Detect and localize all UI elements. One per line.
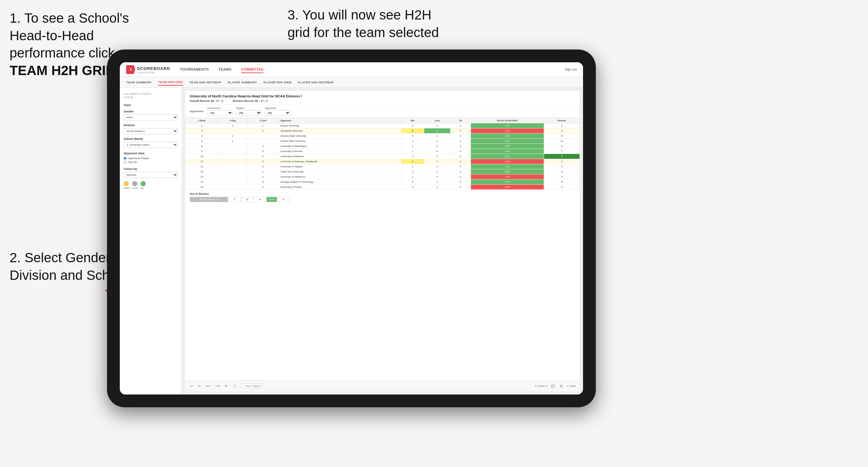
toolbar-bottom: ↩ ↪ ⟵ ⟶ ⟳ 🕐 View: Original 👁 Watch ▾ 💬 ⊡… xyxy=(185,380,580,391)
table-row: 9 3 University of Arizona 1 0 0 9.00 2 xyxy=(186,149,580,154)
table-row: 3 2 Vanderbilt University 0 4 0 -2.29 8 xyxy=(186,128,580,133)
col-reg: # Reg xyxy=(218,118,247,123)
sub-nav: TEAM SUMMARY TEAM H2H GRID TEAM H2H HEAT… xyxy=(120,77,583,88)
grid-records: Overall Record: 89 - 17 - 0 Division Rec… xyxy=(190,99,576,102)
annotation-3: 3. You will now see H2H grid for the tea… xyxy=(287,6,454,41)
col-rounds: Rounds xyxy=(544,118,580,123)
table-row: 12 3 University of Virginia 1 0 0 2.33 3 xyxy=(186,164,580,169)
undo-btn[interactable]: ↩ xyxy=(189,384,194,388)
redo-btn[interactable]: ↪ xyxy=(197,384,202,388)
table-row: 8 2 University of Washington 1 0 0 3.67 … xyxy=(186,144,580,149)
nav-links: TOURNAMENTS TEAMS COMMITTEE xyxy=(180,66,565,73)
table-row: 11 6 University of Arkansas, Fayettevill… xyxy=(186,159,580,164)
colour-label: Colour by xyxy=(124,167,178,170)
col-tie: Tie xyxy=(451,118,471,123)
opponent-filter: Opponent (All) xyxy=(265,107,290,116)
col-opponent: Opponent xyxy=(279,118,401,123)
gender-label: Gender xyxy=(124,110,178,113)
subnav-player-h2h-grid[interactable]: PLAYER H2H GRID xyxy=(263,80,292,85)
level-dot xyxy=(132,181,137,186)
table-row: 2 1 1 Auburn University 2 1 0 1.67 9 xyxy=(186,123,580,128)
nav-tournaments[interactable]: TOURNAMENTS xyxy=(180,66,209,73)
logo-text: SCOREBOARD xyxy=(137,66,170,71)
conference-select[interactable]: (All) xyxy=(207,110,233,116)
h2h-table: # Rank # Reg # Conf Opponent Win Loss Ti… xyxy=(185,118,580,190)
nav-teams[interactable]: TEAMS xyxy=(219,66,231,73)
down-dot xyxy=(124,181,129,186)
radio-opponents-played[interactable]: Opponents Played xyxy=(124,157,178,160)
subnav-player-h2h-heatmap[interactable]: PLAYER H2H HEATMAP xyxy=(298,80,334,85)
table-row: 14 2 University of Oklahoma 1 2 0 -1.00 … xyxy=(186,175,580,180)
share-btn[interactable]: ↗ Share xyxy=(566,384,576,387)
clock-btn[interactable]: 🕐 xyxy=(231,384,238,388)
division-label: Division xyxy=(124,124,178,127)
colour-select[interactable]: Win/loss xyxy=(124,172,178,178)
col-diff: Diff Av Strokes/Rnd xyxy=(471,118,544,123)
main-content: Last Updated: 27/03/2024 16:55:38 Team G… xyxy=(120,88,583,395)
back-btn[interactable]: ⟵ xyxy=(205,384,212,388)
opponent-label: Opponent xyxy=(265,107,290,110)
opponent-view-group: Opponents Played Top 100 xyxy=(124,157,178,163)
table-row: 13 1 Texas Tech University 3 0 0 5.56 9 xyxy=(186,169,580,175)
table-row: 6 2 Florida State University 4 2 0 1.83 … xyxy=(186,138,580,144)
level-label: Level xyxy=(132,187,138,189)
subnav-team-summary[interactable]: TEAM SUMMARY xyxy=(126,80,152,85)
gender-select[interactable]: Men's xyxy=(124,114,178,120)
view-label[interactable]: View: Original xyxy=(243,384,262,388)
grid-header: University of North Carolina Head-to-Hea… xyxy=(185,91,580,105)
table-row: 4 1 Arizona State University 5 1 0 2.29 … xyxy=(186,133,580,138)
region-select[interactable]: (All) xyxy=(236,110,261,116)
conference-filter: Conference (All) xyxy=(207,107,233,116)
subnav-team-h2h-grid[interactable]: TEAM H2H GRID xyxy=(158,79,183,86)
up-dot xyxy=(141,181,146,186)
col-conf: # Conf xyxy=(247,118,279,123)
opponent-select[interactable]: (All) xyxy=(265,110,290,116)
out-of-division-row: NCAA Division II 1 0 0 26.00 3 xyxy=(190,197,576,202)
last-updated: Last Updated: 27/03/2024 16:55:38 xyxy=(124,92,178,99)
right-panel: University of North Carolina Head-to-Hea… xyxy=(185,91,580,391)
logo-icon: S xyxy=(126,65,135,74)
opponent-view-label: Opponent View xyxy=(124,152,178,155)
table-row: 16 3 University of Florida 3 1 0 -6.42 9 xyxy=(186,185,580,190)
color-legend: Down Level Up xyxy=(124,181,178,189)
radio-top100[interactable]: Top 100 xyxy=(124,161,178,163)
tablet: S SCOREBOARD Powered by clippi TOURNAMEN… xyxy=(107,50,596,407)
school-label: School (Rank) xyxy=(124,137,178,141)
logo-sub: Powered by clippi xyxy=(137,71,170,73)
region-label: Region xyxy=(236,107,261,110)
out-div-name: NCAA Division II xyxy=(190,197,228,202)
table-row: 10 5 University of Alabama 3 0 0 2.61 8 xyxy=(186,154,580,159)
refresh-btn[interactable]: ⟳ xyxy=(224,384,229,388)
subnav-player-summary[interactable]: PLAYER SUMMARY xyxy=(228,80,257,85)
col-win: Win xyxy=(401,118,424,123)
grid-title: University of North Carolina Head-to-Hea… xyxy=(190,94,576,98)
sign-out-link[interactable]: Sign out xyxy=(565,68,577,71)
out-of-division: Out of division NCAA Division II 1 0 0 2… xyxy=(185,190,580,205)
region-filter: Region (All) xyxy=(236,107,261,116)
nav-bar: S SCOREBOARD Powered by clippi TOURNAMEN… xyxy=(120,62,583,77)
down-label: Down xyxy=(124,187,130,189)
col-rank: # Rank xyxy=(186,118,218,123)
up-label: Up xyxy=(141,187,144,189)
data-table: # Rank # Reg # Conf Opponent Win Loss Ti… xyxy=(185,118,580,380)
table-row: 15 4 Georgia Institute of Technology 6 1… xyxy=(186,180,580,185)
logo: S SCOREBOARD Powered by clippi xyxy=(126,65,170,74)
watch-btn[interactable]: 👁 Watch ▾ xyxy=(535,384,547,387)
forward-btn[interactable]: ⟶ xyxy=(214,384,221,388)
team-label: Team xyxy=(124,103,178,107)
col-loss: Loss xyxy=(424,118,450,123)
nav-committee[interactable]: COMMITTEE xyxy=(241,66,264,73)
opponents-filter-label: Opponents: xyxy=(190,110,204,113)
division-select[interactable]: NCAA Division I xyxy=(124,128,178,134)
tablet-screen: S SCOREBOARD Powered by clippi TOURNAMEN… xyxy=(120,62,583,395)
school-select[interactable]: 1. University of Nort... xyxy=(124,142,178,148)
toolbar-sep xyxy=(240,384,241,388)
out-of-division-title: Out of division xyxy=(190,192,576,195)
table-header-row: # Rank # Reg # Conf Opponent Win Loss Ti… xyxy=(186,118,580,123)
filter-row: Opponents: Conference (All) Region (All)… xyxy=(185,105,580,118)
conference-label: Conference xyxy=(207,107,233,110)
comment-btn[interactable]: 💬 xyxy=(550,384,556,388)
left-panel: Last Updated: 27/03/2024 16:55:38 Team G… xyxy=(120,88,182,395)
present-btn[interactable]: ⊡ xyxy=(559,384,564,388)
subnav-team-h2h-heatmap[interactable]: TEAM H2H HEATMAP xyxy=(189,80,221,85)
